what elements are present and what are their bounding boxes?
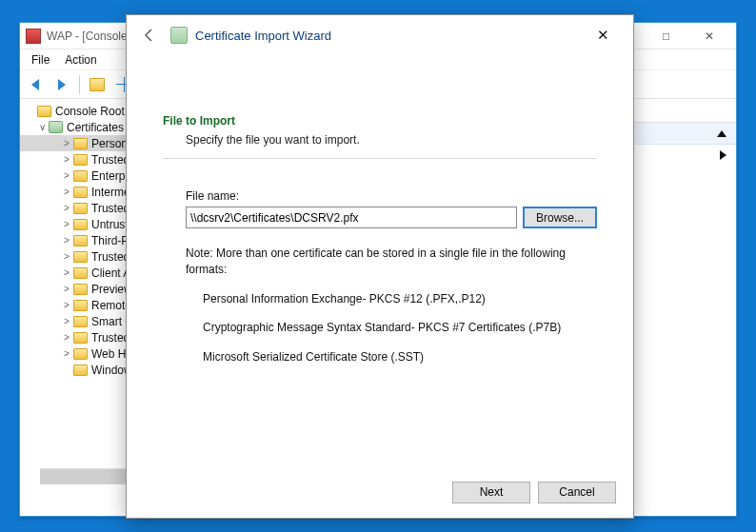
folder-icon: [73, 154, 88, 166]
format-line: Cryptographic Message Syntax Standard- P…: [203, 320, 597, 336]
menu-action[interactable]: Action: [57, 51, 104, 69]
wizard-subheading: Specify the file you want to import.: [163, 128, 597, 147]
certificate-icon: [170, 27, 188, 44]
folder-icon: [73, 365, 88, 376]
folder-icon: [73, 348, 88, 360]
wizard-heading: File to Import: [163, 114, 597, 128]
folder-icon: [73, 170, 88, 182]
menu-file[interactable]: File: [24, 51, 57, 69]
folder-icon: [73, 300, 88, 311]
next-button[interactable]: Next: [452, 482, 530, 503]
format-line: Microsoft Serialized Certificate Store (…: [203, 349, 597, 365]
folder-icon: [37, 106, 51, 117]
folder-icon: [73, 203, 88, 214]
certificate-import-wizard: Certificate Import Wizard ✕ File to Impo…: [126, 14, 634, 519]
format-line: Personal Information Exchange- PKCS #12 …: [203, 291, 597, 307]
note-text: Note: More than one certificate can be s…: [186, 246, 597, 278]
wizard-title-text: Certificate Import Wizard: [195, 29, 331, 43]
folder-icon: [73, 267, 88, 279]
certificate-icon: [49, 121, 63, 133]
wizard-close-button[interactable]: ✕: [584, 21, 622, 49]
nav-back-button[interactable]: [24, 73, 47, 96]
folder-icon: [73, 187, 88, 198]
file-name-label: File name:: [186, 189, 597, 203]
folder-icon: [73, 316, 88, 327]
maximize-button[interactable]: □: [645, 26, 687, 47]
divider: [163, 158, 597, 159]
wizard-back-button[interactable]: [138, 24, 161, 47]
file-name-input[interactable]: [186, 207, 517, 228]
submenu-icon: [720, 150, 726, 160]
up-folder-button[interactable]: [86, 73, 109, 96]
folder-icon: [73, 219, 88, 230]
nav-forward-button[interactable]: [50, 73, 73, 96]
folder-icon: [73, 284, 88, 295]
close-button[interactable]: ✕: [687, 26, 730, 47]
folder-icon: [73, 332, 88, 344]
window-title: WAP - [Console: [47, 30, 128, 43]
folder-icon: [73, 235, 88, 246]
wizard-footer: Next Cancel: [127, 466, 633, 518]
browse-button[interactable]: Browse...: [523, 207, 597, 228]
toolbar-separator: [79, 75, 80, 94]
folder-icon: [73, 138, 88, 149]
wizard-titlebar: Certificate Import Wizard ✕: [127, 15, 633, 55]
cancel-button[interactable]: Cancel: [538, 482, 616, 503]
folder-icon: [73, 251, 88, 263]
collapse-icon: [717, 130, 726, 137]
app-icon: [26, 29, 41, 44]
